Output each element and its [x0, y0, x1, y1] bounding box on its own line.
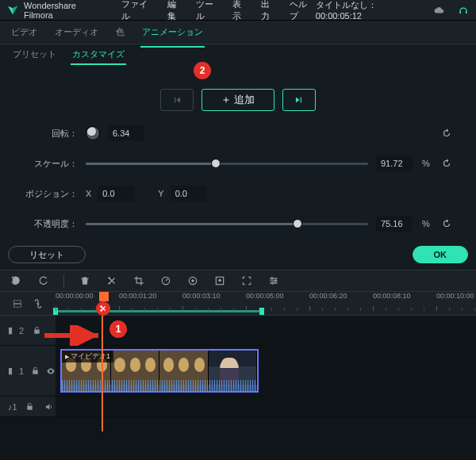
- track-a1-speaker-icon[interactable]: [43, 401, 56, 413]
- tab-video[interactable]: ビデオ: [10, 21, 39, 43]
- panel-footer: リセット OK: [0, 240, 476, 270]
- video-clip[interactable]: マイビデオ1: [60, 349, 259, 393]
- clip-label: マイビデオ1: [62, 351, 113, 362]
- speed-icon[interactable]: [159, 274, 172, 287]
- svg-point-12: [100, 305, 102, 308]
- track-a1-label: ♪1: [8, 402, 17, 412]
- rotation-label: 回転：: [22, 128, 78, 140]
- opacity-reset-icon[interactable]: [440, 217, 454, 231]
- reset-button[interactable]: リセット: [8, 246, 86, 263]
- scale-label: スケール：: [22, 158, 78, 170]
- ruler-tick: 00:00:01:20: [119, 292, 157, 300]
- svg-point-8: [274, 280, 276, 282]
- annotation-marker-2: 2: [194, 62, 211, 79]
- add-keyframe-label: 追加: [234, 93, 255, 107]
- delete-icon[interactable]: [79, 274, 91, 287]
- ruler-tick: 00:00:03:10: [182, 292, 221, 300]
- position-row: ポジション： X 0.0 Y 0.0: [22, 186, 454, 201]
- position-y-label: Y: [158, 189, 163, 198]
- adjust-icon[interactable]: [267, 274, 280, 287]
- track-2-icon: ▮: [8, 325, 13, 335]
- track-2-lock-icon[interactable]: [30, 324, 43, 337]
- color-icon[interactable]: [186, 274, 199, 287]
- app-logo-icon: [6, 4, 19, 17]
- svg-point-6: [218, 279, 221, 282]
- cloud-icon[interactable]: [433, 4, 446, 17]
- split-scissors-icon[interactable]: [106, 274, 118, 287]
- position-label: ポジション：: [22, 188, 78, 200]
- prev-keyframe-button[interactable]: [160, 89, 194, 111]
- redo-icon[interactable]: [36, 274, 49, 287]
- ruler-tick: 00:00:05:00: [246, 292, 284, 300]
- inspector-primary-tabs: ビデオ オーディオ 色 アニメーション: [0, 21, 476, 44]
- svg-point-1: [108, 282, 109, 284]
- timeline-tracks: 1 ▮ 2 ▮ 1 マイビデオ1: [0, 316, 476, 417]
- tab-audio[interactable]: オーディオ: [53, 21, 100, 43]
- playhead-split-icon[interactable]: [96, 301, 110, 316]
- scale-input[interactable]: 91.72: [376, 155, 413, 171]
- timeline-ruler[interactable]: 00:00:00:0000:00:01:2000:00:03:1000:00:0…: [56, 292, 476, 316]
- position-x-input[interactable]: 0.0: [98, 186, 134, 201]
- position-x-label: X: [86, 189, 91, 198]
- clip-waveform: [62, 380, 257, 391]
- link-icon[interactable]: [32, 297, 44, 310]
- svg-point-4: [191, 279, 194, 282]
- add-keyframe-button[interactable]: 追加: [202, 89, 274, 111]
- opacity-row: 不透明度： 75.16 %: [22, 216, 454, 232]
- animation-panel: 2 追加 回転： 6.34 スケール： 91.72 % ポジション：: [0, 65, 476, 240]
- track-a1-lane[interactable]: [56, 397, 476, 416]
- ruler-tick: 00:00:10:00: [436, 292, 474, 300]
- opacity-label: 不透明度：: [22, 218, 78, 230]
- rotation-knob[interactable]: [86, 126, 100, 140]
- svg-rect-11: [13, 304, 21, 307]
- undo-icon[interactable]: [10, 274, 22, 287]
- headphones-icon[interactable]: [457, 4, 470, 17]
- track-1-label: 1: [19, 366, 24, 376]
- menu-tools[interactable]: ツール: [196, 0, 222, 22]
- crop-icon[interactable]: [132, 274, 145, 287]
- track-audio-1: ♪1: [0, 397, 476, 417]
- menu-help[interactable]: ヘルプ: [290, 0, 316, 22]
- menu-output[interactable]: 出力: [261, 0, 278, 22]
- tab-animation[interactable]: アニメーション: [140, 21, 205, 43]
- opacity-slider[interactable]: [86, 218, 368, 229]
- ruler-tick: 00:00:00:00: [56, 292, 94, 300]
- scale-reset-icon[interactable]: [440, 156, 454, 171]
- menu-file[interactable]: ファイル: [121, 0, 156, 22]
- menu-view[interactable]: 表示: [232, 0, 250, 22]
- ruler-tick: 00:00:06:20: [309, 292, 347, 300]
- position-y-input[interactable]: 0.0: [171, 186, 207, 201]
- rotation-reset-icon[interactable]: [440, 126, 454, 140]
- rotation-input[interactable]: 6.34: [108, 125, 144, 141]
- green-screen-icon[interactable]: [213, 274, 226, 287]
- track-1-lock-icon[interactable]: [30, 365, 40, 378]
- main-menu: ファイル 編集 ツール 表示 出力 ヘルプ: [121, 0, 316, 22]
- svg-point-7: [271, 278, 273, 279]
- track-1-visibility-icon[interactable]: [46, 365, 56, 378]
- svg-point-0: [108, 277, 109, 278]
- timeline-toolbar: [0, 270, 476, 292]
- frame-icon[interactable]: [240, 274, 253, 287]
- menu-edit[interactable]: 編集: [167, 0, 185, 22]
- ok-button[interactable]: OK: [413, 246, 469, 263]
- scale-unit: %: [420, 159, 432, 168]
- playhead-handle-icon[interactable]: [99, 292, 109, 301]
- selection-range[interactable]: [56, 310, 262, 312]
- opacity-input[interactable]: 75.16: [376, 216, 413, 232]
- track-1-lane[interactable]: マイビデオ1: [56, 346, 476, 396]
- svg-point-9: [272, 282, 274, 284]
- keyframe-controls: 追加: [22, 89, 454, 111]
- scale-slider[interactable]: [86, 158, 368, 169]
- track-a1-lock-icon[interactable]: [24, 401, 36, 413]
- track-1-icon: ▮: [8, 366, 13, 376]
- next-keyframe-button[interactable]: [282, 89, 316, 111]
- tab-color[interactable]: 色: [114, 21, 126, 43]
- title-bar: Wondershare Filmora ファイル 編集 ツール 表示 出力 ヘル…: [0, 0, 476, 21]
- timeline-mode-icon[interactable]: [11, 297, 24, 310]
- subtab-preset[interactable]: プリセット: [11, 48, 58, 65]
- project-title: タイトルなし：00:00:05:12: [316, 0, 422, 21]
- annotation-arrow-icon: [43, 325, 106, 346]
- rotation-row: 回転： 6.34: [22, 125, 454, 141]
- app-title: Wondershare Filmora: [24, 1, 107, 20]
- subtab-customize[interactable]: カスタマイズ: [71, 48, 126, 65]
